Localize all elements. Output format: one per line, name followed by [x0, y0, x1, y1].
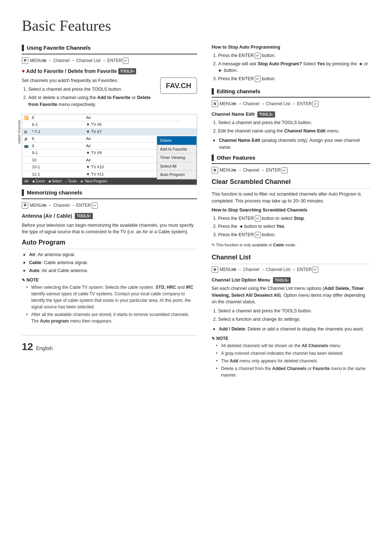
- enter-icon-editing: ↵: [313, 101, 318, 107]
- pencil-icon-cl: ✎: [212, 336, 215, 342]
- section-using-favorite-header: Using Favorite Channels: [22, 44, 197, 54]
- context-menu-timer-viewing[interactable]: Timer Viewing: [157, 153, 196, 162]
- how-to-stop-scrambled-steps: Press the ENTER↵ button to select Stop. …: [218, 215, 370, 238]
- page-number: 12: [22, 339, 33, 354]
- language-label: English: [36, 345, 53, 352]
- section-editing-title: Editing channels: [217, 87, 260, 96]
- channel-list-note-label: ✎ NOTE: [212, 335, 370, 342]
- channel-list-add-delete: Add / Delete: Delete or add a channel to…: [213, 326, 370, 333]
- channel-name-edit-title: Channel Name Edit: [212, 111, 254, 117]
- clear-scrambled-title: Clear Scrambled Channel: [212, 177, 370, 189]
- menu-icon: ⊞: [22, 57, 28, 64]
- bullet-air: Air: Air antenna signal.: [23, 251, 197, 258]
- section-bar: [22, 189, 24, 196]
- scrambled-step-1: Press the ENTER↵ button to select Stop.: [218, 215, 370, 222]
- table-row: 6-1 ▼ TV #6: [22, 121, 197, 128]
- context-menu-delete[interactable]: Delete: [157, 136, 196, 145]
- channel-name-note-item: Channel Name Edit (analog channels only)…: [213, 137, 370, 151]
- how-to-stop-step-3: Press the ENTER↵ button.: [218, 75, 370, 82]
- enter-icon-stop1: ↵: [255, 53, 261, 59]
- channel-list-title: Channel List: [212, 252, 370, 264]
- context-menu-select-all[interactable]: Select All: [157, 162, 196, 171]
- how-to-stop-auto-steps: Press the ENTER↵ button. A message will …: [218, 52, 370, 82]
- right-column: How to Stop Auto Programming Press the E…: [212, 44, 370, 381]
- note-label: ✎ NOTE: [22, 277, 197, 283]
- how-to-stop-step-2: A message will ask Stop Auto Program? Se…: [218, 61, 370, 74]
- channel-table-wrapper: Added Channels 🔁 6 Air 6-1 ▼ TV #6: [22, 114, 197, 185]
- channel-list-bullets: Add / Delete: Delete or add a channel to…: [213, 326, 370, 333]
- section-editing-header: Editing channels: [212, 87, 370, 98]
- scrambled-step-3: Press the ENTER↵ button.: [218, 231, 370, 238]
- menu-icon-channel-list: ⊞: [212, 266, 218, 273]
- channel-list-note-list: All deleted channels will be shown on th…: [216, 342, 370, 378]
- how-to-stop-step-1: Press the ENTER↵ button.: [218, 52, 370, 59]
- context-menu: Delete Add to Favorite Timer Viewing Sel…: [157, 136, 197, 180]
- note-text-cl: NOTE: [216, 335, 228, 342]
- channel-list-option-header: Channel List Option Menu TOOLS≡: [212, 276, 370, 284]
- add-favorite-header: ♥ Add to Favorite / Delete from Favorite…: [22, 67, 197, 75]
- channel-list-option-title: Channel List Option Menu: [212, 277, 270, 283]
- channel-list-step-1: Select a channel and press the TOOLS but…: [218, 308, 370, 315]
- channel-name-edit-header: Channel Name Edit TOOLS≡: [212, 111, 370, 118]
- table-row: ⊞ * 7-1 ▼ TV #7 Delete Add to Favorite T…: [22, 128, 197, 135]
- channel-name-edit-note: Channel Name Edit (analog channels only)…: [213, 137, 370, 151]
- bullet-auto: Auto: Air and Cable antenna.: [23, 267, 197, 274]
- menu-icon-editing: ⊞: [212, 100, 218, 107]
- channel-name-step-2: Edit the channel name using the Channel …: [218, 128, 370, 135]
- channel-list-step-2: Select a function and change its setting…: [218, 316, 370, 323]
- antenna-description: Before your television can begin memoriz…: [22, 222, 197, 236]
- section-bar: [22, 45, 24, 51]
- auto-program-note-block: ✎ NOTE When selecting the Cable TV syste…: [22, 277, 197, 324]
- menu-path-other: ⊞ MENUm → Channel → ENTER↵: [212, 167, 370, 173]
- menu-path-using-favorite: ⊞ MENUm → Channel → Channel List → ENTER…: [22, 57, 197, 64]
- step-2: Add or delete a channel using the Add to…: [28, 94, 197, 108]
- note-list: When selecting the Cable TV system: Sele…: [26, 284, 197, 324]
- cl-note-2: A gray-colored channel indicates the cha…: [216, 350, 370, 357]
- section-memorizing-header: Memorizing channels: [22, 189, 197, 199]
- enter-icon-stop3: ↵: [255, 76, 261, 82]
- tools-badge-antenna: TOOLS≡: [75, 213, 93, 219]
- menu-path-editing-text: MENUm → Channel → Channel List → ENTER↵: [220, 100, 318, 107]
- note-item-1: When selecting the Cable TV system: Sele…: [26, 284, 197, 310]
- heart-icon: ♥: [22, 67, 25, 75]
- menu-path-memorizing-text: MENUm → Channel → ENTER↵: [30, 202, 98, 209]
- added-channels-label: Added Channels: [17, 120, 22, 144]
- channel-table: 🔁 6 Air 6-1 ▼ TV #6 ⊞ * 7-1 ▼ TV #: [22, 114, 197, 178]
- channel-list-option-desc: Set each channel using the Channel List …: [212, 285, 370, 305]
- section-bar-other: [212, 155, 214, 161]
- channel-name-step-1: Select a channel and press the TOOLS but…: [218, 119, 370, 126]
- section-other-header: Other Features: [212, 154, 370, 164]
- menu-path-channel-list-text: MENUm → Channel → Channel List → ENTER↵: [220, 266, 318, 273]
- page-number-area: 12 English: [22, 335, 197, 354]
- scrambled-note: ✎ This function is only available in Cab…: [212, 241, 370, 249]
- menu-icon-other: ⊞: [212, 167, 218, 173]
- cl-note-4: Delete a channel from the Added Channels…: [216, 365, 370, 378]
- channel-list-steps: Select a channel and press the TOOLS but…: [218, 308, 370, 323]
- enter-icon-scrambled3: ↵: [255, 232, 261, 238]
- cl-note-1: All deleted channels will be shown on th…: [216, 342, 370, 349]
- add-favorite-title: Add to Favorite / Delete from Favorite: [26, 67, 117, 75]
- menu-path-editing: ⊞ MENUm → Channel → Channel List → ENTER…: [212, 100, 370, 107]
- clear-scrambled-description: This function is used to filter out scra…: [212, 191, 370, 205]
- section-using-favorite-title: Using Favorite Channels: [27, 44, 91, 52]
- note-item-2: After all the available channels are sto…: [26, 311, 197, 324]
- context-menu-add-favorite[interactable]: Add to Favorite: [157, 145, 196, 154]
- antenna-section-title: Antenna (Air / Cable) TOOLS≡: [22, 212, 197, 220]
- menu-path-channel-list: ⊞ MENUm → Channel → Channel List → ENTER…: [212, 266, 370, 273]
- how-to-stop-auto-section: How to Stop Auto Programming Press the E…: [212, 44, 370, 82]
- context-menu-auto-program[interactable]: Auto Program: [157, 171, 196, 179]
- enter-icon: ↵: [123, 58, 128, 64]
- enter-icon-other: ↵: [282, 167, 287, 173]
- enter-icon-scrambled1: ↵: [255, 215, 261, 222]
- channel-name-edit-steps: Select a channel and press the TOOLS but…: [218, 119, 370, 135]
- section-bar-editing: [212, 88, 214, 95]
- fav-ch-box: FAV.CH: [160, 77, 197, 94]
- menu-path-memorizing: ⊞ MENUm → Channel → ENTER↵: [22, 202, 197, 209]
- section-other-title: Other Features: [217, 154, 256, 162]
- how-to-stop-scrambled-title: How to Stop Searching Scrambled Channels: [212, 207, 370, 214]
- bullet-cable: Cable: Cable antenna signal.: [23, 259, 197, 266]
- tools-badge-channel-list: TOOLS≡: [273, 277, 291, 283]
- auto-program-title: Auto Program: [22, 238, 197, 249]
- menu-icon-memorizing: ⊞: [22, 202, 28, 209]
- scrambled-step-2: Press the ◄ button to select Yes.: [218, 223, 370, 230]
